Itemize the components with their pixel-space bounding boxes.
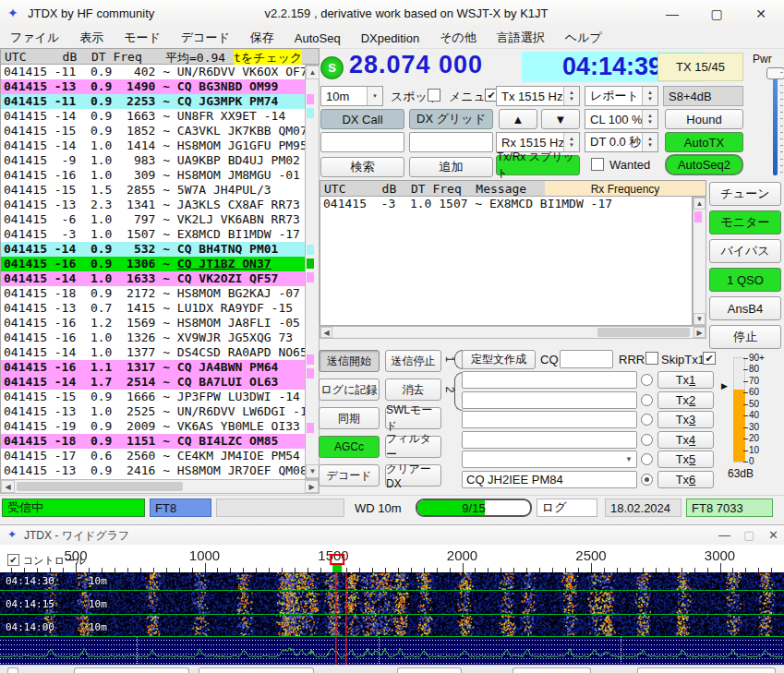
pwr-slider-track[interactable]: [773, 72, 778, 175]
tx-message-input-6[interactable]: CQ JH2IEE PM84: [462, 471, 637, 488]
tx-radio-1[interactable]: [641, 374, 653, 386]
menu-item-7[interactable]: DXpedition: [351, 31, 430, 45]
search-button[interactable]: 検索: [320, 157, 404, 177]
partial-spinner-2[interactable]: [199, 667, 314, 673]
tx-button-1[interactable]: Tx 1: [657, 371, 714, 389]
control-button[interactable]: AGCc: [319, 436, 380, 458]
tx-message-input-3[interactable]: [462, 411, 637, 428]
table-row[interactable]: 041415 -13 2.3 1341 ~ JA3KLS CX8AF RR73: [1, 198, 306, 212]
widegraph-maximize[interactable]: ▢: [743, 528, 754, 542]
menu-item-3[interactable]: モード: [114, 30, 171, 46]
right-button-4[interactable]: 1 QSO: [709, 268, 781, 292]
tx-button-2[interactable]: Tx 2: [657, 391, 714, 409]
clear-level-spinner[interactable]: CL 100 %▲▼: [585, 109, 658, 129]
table-row[interactable]: 041415 -16 1.0 309 ~ HS8MOM JM8MGU -01: [1, 168, 306, 183]
rx-table-vscrollbar[interactable]: ▲ ▼: [693, 197, 706, 326]
table-row[interactable]: 041415 -19 0.9 2009 ~ VK6AS YB0MLE OI33: [1, 419, 306, 434]
pwr-slider-handle[interactable]: [766, 67, 784, 79]
table-row[interactable]: 041415 -3 1.0 1507 ~ EX8MCD BI1MDW -17: [320, 197, 692, 211]
partial-combo[interactable]: [637, 667, 776, 673]
txrx-split-button[interactable]: Tx/Rx スプリット: [496, 155, 580, 175]
dx-call-button[interactable]: DX Call: [320, 109, 404, 129]
tx-radio-2[interactable]: [641, 394, 653, 406]
menu-item-6[interactable]: AutoSeq: [284, 31, 351, 45]
table-row[interactable]: 041415 -13 0.9 1490 ~ CQ BG3NBD OM99: [1, 79, 306, 94]
control-button[interactable]: 送信停止: [385, 350, 441, 372]
partial-button-2[interactable]: [513, 667, 591, 673]
report-spinner[interactable]: レポート -15▲▼: [585, 86, 658, 106]
dx-call-input[interactable]: [320, 132, 404, 152]
hound-button[interactable]: Hound: [665, 109, 743, 129]
table-row[interactable]: 041415 -14 0.9 1663 ~ UN8FR XX9ET -14: [1, 109, 306, 124]
freq-down-button[interactable]: ▼: [541, 109, 580, 129]
control-button[interactable]: SWLモード: [385, 407, 441, 429]
tx-message-input-4[interactable]: [462, 431, 637, 449]
table-row[interactable]: 041415 -18 0.9 1151 ~ CQ BI4LZC OM85: [1, 434, 306, 449]
table-row[interactable]: 041415 -14 1.0 1414 ~ HS8MOM JG1GFU PM95: [1, 138, 306, 153]
right-button-6[interactable]: 停止: [709, 325, 781, 349]
tx-button-6[interactable]: Tx 6: [657, 471, 714, 488]
widegraph-close[interactable]: ✕: [768, 528, 778, 542]
tx-message-input-1[interactable]: [462, 371, 637, 389]
menu-item-2[interactable]: 表示: [69, 30, 114, 46]
table-row[interactable]: 041415 -15 0.9 1852 ~ CA3VKL JK7KBB QM07: [1, 124, 306, 138]
menu-item-9[interactable]: 言語選択: [487, 30, 555, 46]
control-button[interactable]: デコード: [319, 464, 380, 487]
table-row[interactable]: 041415 -16 1.2 1569 ~ HS8MOM JA8FLI -05: [1, 316, 306, 330]
menu-item-10[interactable]: ヘルプ: [555, 30, 612, 46]
tx-button-3[interactable]: Tx 3: [657, 411, 714, 428]
table-row[interactable]: 041415 -11 0.9 402 ~ UN/R6DVV VK6OX OF7: [1, 65, 306, 79]
log-box[interactable]: ログ: [537, 499, 597, 517]
dx-grid-input[interactable]: [409, 132, 493, 152]
tx-button-4[interactable]: Tx 4: [657, 431, 714, 449]
table-row[interactable]: 041415 -15 1.5 2855 ~ 5W7A JH4PUL/3: [1, 183, 306, 198]
table-row[interactable]: 041415 -14 0.9 532 ~ CQ BH4TNQ PM01: [1, 242, 306, 257]
table-row[interactable]: 041415 -16 0.9 1306 ~ CQ JT1BZ ON37: [1, 257, 306, 271]
table-row[interactable]: 041415 -14 1.0 1633 ~ CQ VK2OZI QF57: [1, 271, 306, 286]
band-activity-table[interactable]: 041415 -11 0.9 402 ~ UN/R6DVV VK6OX OF70…: [0, 65, 306, 479]
add-button[interactable]: 追加: [409, 157, 493, 177]
menu-item-4[interactable]: デコード: [171, 30, 240, 46]
chevron-down-icon[interactable]: ▼: [625, 455, 633, 463]
tx-radio-4[interactable]: [641, 434, 653, 446]
right-button-5[interactable]: AnsB4: [709, 296, 781, 320]
close-button[interactable]: ✕: [740, 0, 782, 27]
table-row[interactable]: 041415 -15 0.9 1666 ~ JP3FPW LU3DWI -14: [1, 390, 306, 404]
table-row[interactable]: 041415 -17 0.6 2560 ~ CE4KM JM4IOE PM54: [1, 449, 306, 463]
menu-item-8[interactable]: その他: [429, 30, 487, 46]
menu-item-1[interactable]: ファイル: [0, 30, 69, 46]
waterfall-display[interactable]: [0, 545, 784, 665]
control-button[interactable]: 同期: [319, 407, 380, 429]
partial-spinner-1[interactable]: [74, 667, 189, 673]
control-button[interactable]: クリアーDX: [385, 464, 441, 487]
band-activity-hscrollbar[interactable]: ◀ ▶: [0, 479, 320, 494]
tx-frequency-spinner[interactable]: Tx 1515 Hz▲▼: [496, 86, 580, 106]
control-button[interactable]: フィルター: [385, 436, 441, 458]
right-button-1[interactable]: チューン: [709, 182, 781, 206]
skiptx1-checkbox[interactable]: ✔: [703, 352, 716, 365]
rx-frequency-table[interactable]: 041415 -3 1.0 1507 ~ EX8MCD BI1MDW -17: [320, 197, 693, 326]
cq-modifier-input[interactable]: [560, 350, 613, 368]
generate-messages-button[interactable]: 定型文作成: [462, 350, 536, 369]
minimize-button[interactable]: —: [651, 0, 694, 27]
waterfall-controls-checkbox[interactable]: ✔: [7, 554, 19, 566]
control-button[interactable]: 送信開始: [319, 350, 380, 372]
wanted-checkbox[interactable]: [591, 158, 604, 171]
menu-item-5[interactable]: 保存: [240, 30, 284, 46]
tx-message-input-5[interactable]: ▼: [462, 451, 637, 468]
autotx-button[interactable]: AutoTX: [665, 132, 743, 152]
table-row[interactable]: 041415 -13 1.0 2525 ~ UN/R6DVV LW6DGI -1: [1, 404, 306, 419]
tx-radio-3[interactable]: [641, 414, 653, 426]
table-row[interactable]: 041415 -14 1.7 2514 ~ CQ BA7LUI OL63: [1, 375, 306, 390]
autoseq-button[interactable]: AutoSeq2: [665, 154, 743, 175]
control-button[interactable]: ログに記録: [319, 379, 380, 401]
tx-button-5[interactable]: Tx 5: [657, 451, 714, 468]
dial-frequency[interactable]: 28.074 000: [349, 51, 515, 82]
table-row[interactable]: 041415 -3 1.0 1507 ~ EX8MCD BI1MDW -17: [1, 227, 306, 242]
freq-up-button[interactable]: ▲: [499, 109, 537, 129]
widegraph-minimize[interactable]: —: [718, 528, 730, 542]
dt-spinner[interactable]: DT 0.0 秒▲▼: [585, 132, 658, 152]
table-row[interactable]: 041415 -11 0.9 2253 ~ CQ JG3MPK PM74: [1, 94, 306, 109]
right-button-2[interactable]: モニター: [709, 210, 781, 234]
table-row[interactable]: 041415 -13 0.7 1415 ~ LU1DX RA9YDF -15: [1, 301, 306, 316]
